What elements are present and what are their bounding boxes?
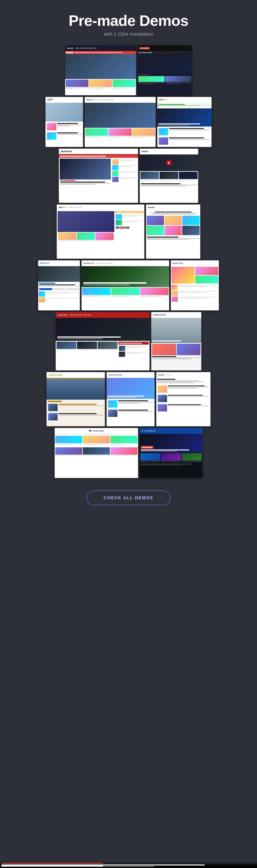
demo-card-recipes[interactable]: Recipes & Tips [171, 260, 219, 310]
breaking-text [74, 52, 122, 53]
demo-card-travel[interactable]: around the world [107, 372, 154, 426]
demo-card-science[interactable]: ▲ SCIENCE [140, 428, 202, 478]
demo-card-the-school[interactable]: THISSCHOOL [38, 260, 80, 310]
page-title: Pre-made Demos [4, 12, 253, 29]
page-wrapper: Pre-made Demos with 1-Click Installation… [0, 0, 257, 868]
science-hero [140, 434, 202, 453]
demo-card-videoo[interactable]: videoo [140, 149, 198, 203]
recipe-posts [171, 284, 219, 302]
demo-card-jannah-house[interactable]: JANNAHHOUSE [46, 97, 83, 147]
demo-card-jannah-times[interactable]: Jannah Times [59, 149, 138, 203]
demo-card-automotive[interactable]: Automotive [56, 312, 149, 370]
sports-hero [85, 103, 155, 128]
breaking-label: BREAKING [66, 52, 73, 53]
video-item [165, 76, 192, 85]
tech-post [158, 127, 211, 136]
demo-card-jannah-health[interactable]: JannahHealth [82, 260, 169, 310]
hotel-hero [47, 379, 105, 400]
auto-side [118, 345, 149, 358]
botiq-hero [151, 318, 201, 343]
times-hero [60, 159, 111, 180]
cta-section: CHECK ALL DEMOS [82, 478, 175, 522]
demo-card-jannah-portfolio[interactable]: Jannah. [146, 205, 200, 259]
pets-side [115, 214, 144, 226]
grid-item [113, 80, 135, 90]
auto-hero [56, 318, 149, 341]
auto-grid [57, 342, 117, 351]
sports-grid [85, 128, 155, 139]
hero-image [65, 54, 136, 79]
mosaic-row-3: Jannah Times [19, 149, 238, 203]
house-hero [46, 103, 83, 122]
pets-grid [58, 232, 114, 242]
demo-card-hotel[interactable]: JANNAH HOTEL [47, 372, 105, 426]
video-item [138, 76, 165, 85]
health-grid [82, 287, 169, 310]
demo-card-jnh-tech[interactable]: JNHTECH [157, 97, 211, 147]
pets-hero [58, 211, 114, 232]
mosaic-row-2: JANNAHHOUSE [19, 97, 238, 147]
mosaic-row-6: Automotive [19, 312, 238, 370]
demo-card-ricardo[interactable]: Ricardo Photography [156, 372, 210, 426]
demo-card-jannah-news[interactable]: Jannah BREAKING [65, 45, 136, 95]
demo-card-botiq[interactable]: JANNAH BOTIQ [151, 312, 201, 370]
videoo-hero [140, 154, 198, 171]
video-hero [138, 55, 192, 73]
personal-grid-2 [55, 447, 138, 457]
school-hero [38, 266, 80, 282]
mosaic-row-5: THISSCHOOL [19, 260, 238, 310]
hotel-posts [48, 403, 104, 421]
school-posts [38, 291, 80, 303]
mosaic-row-7: JANNAH HOTEL [19, 372, 238, 426]
content-grid [65, 79, 136, 90]
blog-posts [156, 384, 210, 414]
mosaic-row-1: Jannah BREAKING [19, 45, 238, 95]
demo-card-jnh-pets[interactable]: JNHPETS [57, 205, 144, 259]
portfolio-grid [146, 215, 200, 236]
demo-card-jnh-videos[interactable]: JN VIDEOS FEATURED VIDEOS NEWEST VIDEOS [138, 45, 192, 95]
demos-mosaic: Jannah BREAKING [0, 45, 257, 478]
demo-nav [76, 48, 97, 49]
grid-item [66, 80, 88, 90]
breaking-bar: BREAKING [65, 51, 136, 54]
demo-logo: Jannah [67, 47, 74, 49]
personal-grid [55, 435, 138, 447]
grid-item [89, 80, 112, 90]
tech-hero [157, 108, 211, 127]
header-section: Pre-made Demos with 1-Click Installation [0, 0, 257, 45]
post-list [46, 122, 83, 142]
mosaic-row-4: JNHPETS [19, 205, 238, 259]
video-grid [140, 171, 198, 183]
side-posts [112, 159, 137, 183]
demo-card-jnh-sports[interactable]: JNHSports [85, 97, 155, 147]
page-subtitle: with 1-Click Installation [4, 31, 253, 37]
demo-card-fouad-kadry[interactable]: Fouad Kadry [55, 428, 138, 478]
travel-posts [107, 399, 154, 419]
travel-hero [107, 378, 154, 399]
tech-post [158, 137, 211, 145]
science-grid [140, 453, 202, 463]
health-hero [82, 266, 169, 287]
check-all-demos-button[interactable]: CHECK ALL DEMOS [87, 491, 170, 505]
